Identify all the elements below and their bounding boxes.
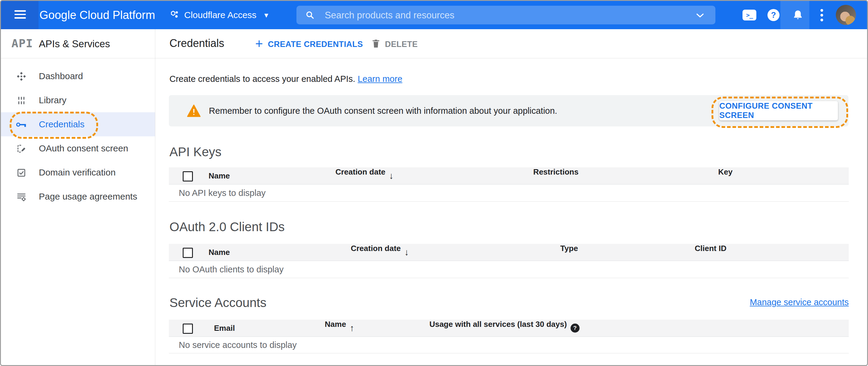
create-credentials-button[interactable]: + CREATE CREDENTIALS [255,36,363,53]
column-name[interactable]: Name [209,167,230,184]
avatar[interactable] [836,5,856,25]
column-usage[interactable]: Usage with all services (last 30 days) ? [430,319,580,336]
sidebar-item-page-usage-agreements[interactable]: Page usage agreements [1,184,155,209]
dashboard-icon [16,71,27,82]
section-title-api-keys: API Keys [169,145,221,159]
gcp-console-window: Google Cloud Platform Cloudflare Access … [0,0,868,366]
sidebar-item-dashboard[interactable]: Dashboard [1,64,155,88]
select-all-checkbox[interactable] [183,248,193,258]
list-gear-icon [16,191,27,202]
sort-asc-icon: ↑ [350,324,354,333]
search-expand-chevron-icon[interactable] [696,13,704,19]
hamburger-menu-icon[interactable] [14,10,26,20]
notifications-bell-icon[interactable] [792,1,804,29]
page-title: Credentials [169,37,224,50]
column-creation-date[interactable]: Creation date ↓ [351,244,409,261]
library-icon [16,95,27,106]
consent-screen-icon [16,143,27,154]
column-type[interactable]: Type [560,244,578,261]
api-keys-empty-row: No API keys to display [179,184,266,202]
key-icon [16,119,27,130]
table-divider [169,201,849,202]
consent-warning-banner: Remember to configure the OAuth consent … [169,95,848,126]
column-name[interactable]: Name ↑ [325,319,354,336]
manage-service-accounts-link[interactable]: Manage service accounts [750,297,849,307]
kebab-menu-icon[interactable] [817,1,826,29]
api-keys-table-header: Name Creation date ↓ Restrictions Key [169,167,849,184]
table-divider [169,278,849,278]
sort-desc-icon: ↓ [389,171,394,180]
column-client-id[interactable]: Client ID [695,244,726,261]
search-icon [306,10,314,21]
column-email[interactable]: Email [214,319,235,336]
delete-button[interactable]: DELETE [372,36,418,53]
column-restrictions[interactable]: Restrictions [533,167,579,184]
service-accounts-table-header: Email Name ↑ Usage with all services (la… [169,319,849,337]
section-title-oauth-clients: OAuth 2.0 Client IDs [169,220,285,234]
learn-more-link[interactable]: Learn more [358,74,402,84]
sidebar-item-domain-verification[interactable]: Domain verification [1,160,155,184]
select-all-checkbox[interactable] [183,324,193,334]
column-creation-date[interactable]: Creation date ↓ [335,167,393,184]
column-name[interactable]: Name [209,244,230,261]
search-input[interactable] [324,6,681,25]
search-bar [297,6,715,24]
column-key[interactable]: Key [718,167,733,184]
plus-icon: + [255,37,263,50]
sort-desc-icon: ↓ [404,248,409,257]
warning-icon [187,104,201,118]
select-all-checkbox[interactable] [183,171,193,182]
sidebar-title: APIs & Services [39,38,110,50]
project-selector[interactable]: Cloudflare Access ▾ [170,1,268,29]
api-logo: API [11,37,33,50]
cloud-shell-icon[interactable]: >_ [743,1,756,29]
sidebar-divider [155,29,155,365]
help-icon[interactable]: ? [768,1,779,29]
sidebar-item-credentials[interactable]: Credentials [1,112,155,136]
oauth-clients-table-header: Name Creation date ↓ Type Client ID [169,244,849,261]
configure-consent-screen-button[interactable]: CONFIGURE CONSENT SCREEN [719,101,838,120]
section-title-service-accounts: Service Accounts [169,296,266,310]
sidebar-item-library[interactable]: Library [1,88,155,112]
oauth-clients-empty-row: No OAuth clients to display [179,261,283,278]
top-app-bar: Google Cloud Platform Cloudflare Access … [1,1,867,29]
header-divider [1,58,867,58]
trash-icon [372,38,380,50]
usage-help-icon[interactable]: ? [570,324,579,333]
warning-message: Remember to configure the OAuth consent … [209,95,557,126]
brand-title[interactable]: Google Cloud Platform [39,1,155,29]
project-icon [170,10,179,21]
sidebar-item-oauth-consent-screen[interactable]: OAuth consent screen [1,136,155,160]
caret-down-icon: ▾ [264,10,268,20]
service-accounts-empty-row: No service accounts to display [179,336,297,354]
intro-text: Create credentials to access your enable… [169,74,402,84]
verified-checkbox-icon [16,167,27,178]
project-name: Cloudflare Access [184,10,256,20]
